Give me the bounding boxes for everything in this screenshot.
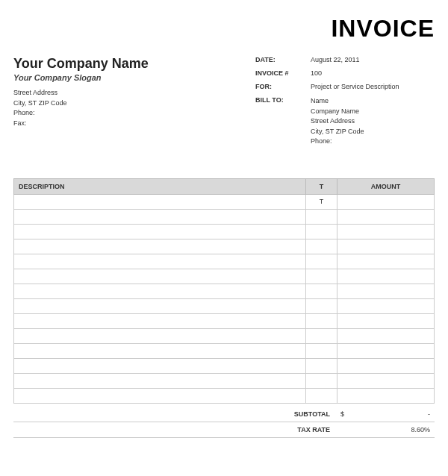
- cell-t: [306, 254, 337, 269]
- table-row: [14, 388, 435, 403]
- table-row: [14, 328, 435, 343]
- billto-company: Company Name: [311, 107, 435, 117]
- cell-t: [306, 388, 337, 403]
- cell-description: [14, 298, 306, 313]
- header-amount: AMOUNT: [337, 178, 435, 194]
- cell-description: [14, 224, 306, 239]
- billto-label: BILL TO:: [255, 96, 305, 147]
- cell-t: [306, 284, 337, 298]
- meta-date-row: DATE: August 22, 2011: [255, 56, 435, 63]
- cell-amount: [337, 254, 435, 269]
- meta-for-row: FOR: Project or Service Description: [255, 83, 435, 90]
- cell-t: [306, 313, 337, 328]
- billto-block: Name Company Name Street Address City, S…: [311, 96, 435, 147]
- cell-t: [306, 209, 337, 224]
- cell-description: [14, 284, 306, 298]
- from-address-block: Street Address City, ST ZIP Code Phone: …: [13, 88, 255, 128]
- table-row: [14, 343, 435, 358]
- company-slogan: Your Company Slogan: [13, 73, 255, 82]
- cell-amount: [337, 209, 435, 224]
- table-row: [14, 269, 435, 284]
- cell-amount: [337, 224, 435, 239]
- cell-description: [14, 388, 306, 403]
- table-row: [14, 373, 435, 388]
- cell-amount: [337, 343, 435, 358]
- invoice-num-value: 100: [311, 69, 435, 77]
- taxrate-label: TAX RATE: [266, 426, 340, 433]
- cell-description: [14, 194, 306, 209]
- date-label: DATE:: [255, 56, 305, 63]
- cell-amount: [337, 313, 435, 328]
- cell-amount: [337, 358, 435, 373]
- from-phone-label: Phone:: [13, 108, 255, 119]
- billto-name: Name: [311, 96, 435, 107]
- invoice-num-label: INVOICE #: [255, 69, 305, 77]
- table-row: [14, 358, 435, 373]
- subtotal-currency: $: [340, 410, 355, 418]
- cell-description: [14, 358, 306, 373]
- cell-amount: [337, 328, 435, 343]
- invoice-table: DESCRIPTION T AMOUNT T: [13, 178, 435, 404]
- company-block: Your Company Name Your Company Slogan St…: [13, 56, 255, 147]
- totals-block: SUBTOTAL $ - TAX RATE 8.60%: [13, 407, 435, 438]
- table-row: [14, 284, 435, 298]
- cell-t: [306, 328, 337, 343]
- table-row: T: [14, 194, 435, 209]
- cell-description: [14, 239, 306, 254]
- cell-amount: [337, 284, 435, 298]
- table-header-row: DESCRIPTION T AMOUNT: [14, 178, 435, 194]
- cell-description: [14, 254, 306, 269]
- from-street: Street Address: [13, 88, 255, 98]
- header-description: DESCRIPTION: [14, 178, 306, 194]
- from-fax-label: Fax:: [13, 119, 255, 129]
- cell-description: [14, 343, 306, 358]
- company-name: Your Company Name: [13, 56, 255, 72]
- table-row: [14, 254, 435, 269]
- meta-billto-row: BILL TO: Name Company Name Street Addres…: [255, 96, 435, 147]
- subtotal-label: SUBTOTAL: [266, 410, 340, 418]
- table-row: [14, 224, 435, 239]
- taxrate-value: 8.60%: [355, 426, 430, 433]
- cell-t: [306, 343, 337, 358]
- cell-description: [14, 269, 306, 284]
- date-value: August 22, 2011: [311, 56, 435, 63]
- cell-t: T: [306, 194, 337, 209]
- cell-t: [306, 358, 337, 373]
- table-row: [14, 313, 435, 328]
- meta-block: DATE: August 22, 2011 INVOICE # 100 FOR:…: [255, 56, 435, 147]
- for-label: FOR:: [255, 83, 305, 90]
- table-row: [14, 239, 435, 254]
- table-row: [14, 298, 435, 313]
- cell-t: [306, 269, 337, 284]
- cell-amount: [337, 388, 435, 403]
- cell-t: [306, 298, 337, 313]
- cell-description: [14, 313, 306, 328]
- cell-amount: [337, 269, 435, 284]
- header-row: Your Company Name Your Company Slogan St…: [13, 56, 435, 147]
- billto-citystzip: City, ST ZIP Code: [311, 127, 435, 137]
- from-citystzip: City, ST ZIP Code: [13, 98, 255, 109]
- subtotal-row: SUBTOTAL $ -: [13, 407, 435, 422]
- invoice-title: INVOICE: [13, 15, 435, 43]
- header-t: T: [306, 178, 337, 194]
- cell-description: [14, 373, 306, 388]
- cell-amount: [337, 194, 435, 209]
- cell-t: [306, 224, 337, 239]
- cell-description: [14, 328, 306, 343]
- taxrate-row: TAX RATE 8.60%: [13, 422, 435, 438]
- cell-amount: [337, 298, 435, 313]
- cell-amount: [337, 239, 435, 254]
- billto-phone-label: Phone:: [311, 137, 435, 147]
- cell-description: [14, 209, 306, 224]
- for-value: Project or Service Description: [311, 83, 435, 90]
- meta-invoice-row: INVOICE # 100: [255, 69, 435, 77]
- cell-t: [306, 239, 337, 254]
- table-row: [14, 209, 435, 224]
- subtotal-value: -: [355, 410, 430, 418]
- billto-street: Street Address: [311, 116, 435, 127]
- cell-amount: [337, 373, 435, 388]
- cell-t: [306, 373, 337, 388]
